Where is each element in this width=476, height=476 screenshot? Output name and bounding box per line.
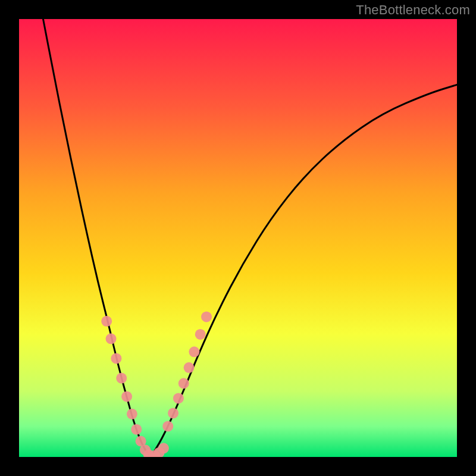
marker-dot (162, 421, 173, 431)
marker-dot (201, 311, 212, 322)
marker-dot (106, 333, 117, 344)
marker-dot (178, 378, 189, 389)
watermark-label: TheBottleneck.com (356, 2, 470, 18)
marker-dot (168, 408, 178, 418)
gradient-background (19, 19, 457, 457)
marker-dot (101, 316, 112, 327)
marker-dot (173, 393, 184, 403)
marker-dot (189, 346, 199, 357)
chart-frame: TheBottleneck.com (0, 0, 476, 476)
plot-area (19, 19, 457, 457)
marker-dot (195, 329, 206, 340)
marker-dot (158, 443, 169, 453)
marker-dot (184, 362, 195, 373)
marker-dot (111, 353, 121, 364)
marker-dot (131, 424, 142, 435)
marker-dot (121, 391, 132, 402)
marker-dot (116, 373, 127, 384)
marker-dot (127, 409, 137, 419)
chart-svg (19, 19, 457, 457)
